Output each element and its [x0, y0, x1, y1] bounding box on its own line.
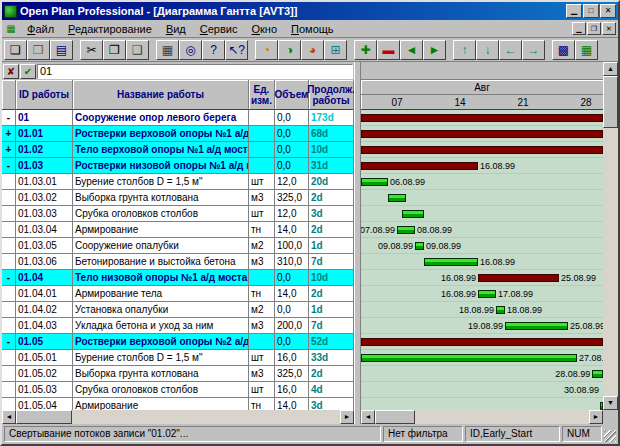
mdi-minimize-button[interactable]: ▁: [572, 22, 586, 35]
mdi-restore-button[interactable]: ❐: [587, 22, 601, 35]
name-column-header[interactable]: Название работы: [73, 80, 249, 110]
task-bar[interactable]: [415, 242, 424, 250]
menu-item[interactable]: Помощь: [284, 21, 341, 37]
menu-item[interactable]: Окно: [244, 21, 284, 37]
scroll-track[interactable]: [72, 410, 340, 424]
collapse-button[interactable]: ▬: [377, 40, 400, 60]
volume-column-header[interactable]: Объем: [275, 80, 309, 110]
table-row[interactable]: 01.03.04Армированиетн14,02d: [2, 222, 354, 238]
maximize-button[interactable]: □: [583, 4, 599, 18]
task-bar[interactable]: [361, 354, 577, 362]
print-preview-button[interactable]: ◎: [179, 40, 202, 60]
move-up-button[interactable]: ↑: [453, 40, 476, 60]
table-row[interactable]: -01.05Ростверки верховой опоры №2 а/д0,0…: [2, 334, 354, 350]
print-button[interactable]: ▦: [156, 40, 179, 60]
table-row[interactable]: 01.05.04Армированиетн14,03d: [2, 398, 354, 410]
table-row[interactable]: 01.03.05Сооружение опалубким2100,01d: [2, 238, 354, 254]
marker-column-header[interactable]: [2, 80, 16, 110]
scroll-left-button[interactable]: ◄: [361, 410, 375, 424]
scroll-right-button[interactable]: ►: [340, 410, 354, 424]
close-button[interactable]: ✕: [600, 4, 616, 18]
gantt-vscrollbar[interactable]: ▲ ▼: [603, 62, 618, 410]
gantt-hscrollbar[interactable]: ◄ ►: [361, 410, 603, 424]
open-button[interactable]: ❒: [27, 40, 50, 60]
context-help-button[interactable]: ↖?: [225, 40, 248, 60]
new-button[interactable]: ❏: [4, 40, 27, 60]
promote-button[interactable]: ◄: [400, 40, 423, 60]
scroll-right-button[interactable]: ►: [589, 410, 603, 424]
views-button[interactable]: ▩: [552, 40, 575, 60]
table-row[interactable]: 01.04.02Установка опалубким20,01d: [2, 302, 354, 318]
calculate-button[interactable]: ⊞: [324, 40, 347, 60]
task-bar[interactable]: [505, 322, 568, 330]
demote-button[interactable]: ►: [423, 40, 446, 60]
table-row[interactable]: -01.04Тело низовой опоры №1 а/д моста0,0…: [2, 270, 354, 286]
scroll-left-button[interactable]: ◄: [2, 410, 16, 424]
scroll-track[interactable]: [603, 128, 618, 396]
table-row[interactable]: -01Сооружение опор левого берега0,0173d: [2, 110, 354, 126]
summary-bar[interactable]: [361, 338, 603, 346]
task-bar[interactable]: [478, 290, 496, 298]
table-row[interactable]: 01.04.03Укладка бетона и уход за нимм320…: [2, 318, 354, 334]
table-row[interactable]: 01.05.02Выборка грунта котлованам3325,02…: [2, 366, 354, 382]
mdi-close-button[interactable]: ✕: [602, 22, 616, 35]
table-row[interactable]: 01.03.06Бетонирование и выстойка бетонам…: [2, 254, 354, 270]
scroll-track[interactable]: [415, 410, 589, 424]
task-bar[interactable]: [424, 258, 478, 266]
pane-splitter[interactable]: [354, 62, 361, 424]
menu-item[interactable]: Редактирование: [61, 21, 159, 37]
menu-item[interactable]: Файл: [20, 21, 61, 37]
table-row[interactable]: 01.05.01Бурение столбов D = 1,5 м"шт16,0…: [2, 350, 354, 366]
table-row[interactable]: -01.03Ростверки низовой опоры №1 а/д м0,…: [2, 158, 354, 174]
table-hscrollbar[interactable]: ◄ ►: [2, 410, 354, 424]
unit-column-header[interactable]: Ед. изм.: [249, 80, 275, 110]
help-button[interactable]: ?: [202, 40, 225, 60]
save-button[interactable]: ▤: [50, 40, 73, 60]
menu-item[interactable]: Вид: [159, 21, 193, 37]
resource-scheduling-button[interactable]: ◑: [278, 40, 301, 60]
paste-button[interactable]: ❑: [126, 40, 149, 60]
menu-item[interactable]: Сервис: [193, 21, 245, 37]
task-bar[interactable]: [592, 370, 603, 378]
app-icon[interactable]: [4, 5, 17, 18]
summary-bar[interactable]: [361, 130, 603, 138]
scroll-up-button[interactable]: ▲: [603, 62, 618, 76]
table-row[interactable]: +01.01Ростверки верховой опоры №1 а/д0,0…: [2, 126, 354, 142]
spreadsheet-button[interactable]: ▦: [575, 40, 598, 60]
table-row[interactable]: +01.02Тело верховой опоры №1 а/д моста0,…: [2, 142, 354, 158]
table-row[interactable]: 01.03.01Бурение столбов D = 1,5 м"шт12,0…: [2, 174, 354, 190]
scroll-thumb[interactable]: [603, 76, 618, 128]
scroll-left-view-button[interactable]: ←: [499, 40, 522, 60]
move-down-button[interactable]: ↓: [476, 40, 499, 60]
summary-bar[interactable]: [361, 114, 603, 122]
task-bar[interactable]: [496, 306, 505, 314]
scroll-down-button[interactable]: ▼: [603, 396, 618, 410]
scroll-thumb[interactable]: [375, 410, 415, 424]
summary-bar[interactable]: [361, 146, 603, 154]
document-icon[interactable]: ▦: [4, 22, 18, 35]
table-row[interactable]: 01.03.02Выборка грунта котлованам3325,02…: [2, 190, 354, 206]
table-row[interactable]: 01.03.03Срубка оголовков столбовшт12,03d: [2, 206, 354, 222]
duration-column-header[interactable]: Продолж. работы: [309, 80, 354, 110]
summary-bar[interactable]: [478, 274, 559, 282]
accept-edit-button[interactable]: ✔: [20, 64, 36, 79]
task-bar[interactable]: [402, 210, 425, 218]
task-bar[interactable]: [388, 194, 406, 202]
time-analysis-button[interactable]: ◔: [255, 40, 278, 60]
edit-value-input[interactable]: [37, 64, 353, 79]
risk-analysis-button[interactable]: ◕: [301, 40, 324, 60]
cancel-edit-button[interactable]: ✘: [3, 64, 19, 79]
expand-button[interactable]: ✚: [354, 40, 377, 60]
task-bar[interactable]: [397, 226, 415, 234]
cut-button[interactable]: ✂: [80, 40, 103, 60]
id-column-header[interactable]: ID работы: [16, 80, 73, 110]
resize-grip[interactable]: [604, 430, 616, 442]
copy-button[interactable]: ❐: [103, 40, 126, 60]
task-bar[interactable]: [361, 178, 388, 186]
table-row[interactable]: 01.05.03Срубка оголовков столбовшт16,04d: [2, 382, 354, 398]
scroll-right-view-button[interactable]: →: [522, 40, 545, 60]
minimize-button[interactable]: ▁: [566, 4, 582, 18]
summary-bar[interactable]: [361, 162, 478, 170]
scroll-thumb[interactable]: [16, 410, 72, 424]
table-row[interactable]: 01.04.01Армирование телатн14,02d: [2, 286, 354, 302]
